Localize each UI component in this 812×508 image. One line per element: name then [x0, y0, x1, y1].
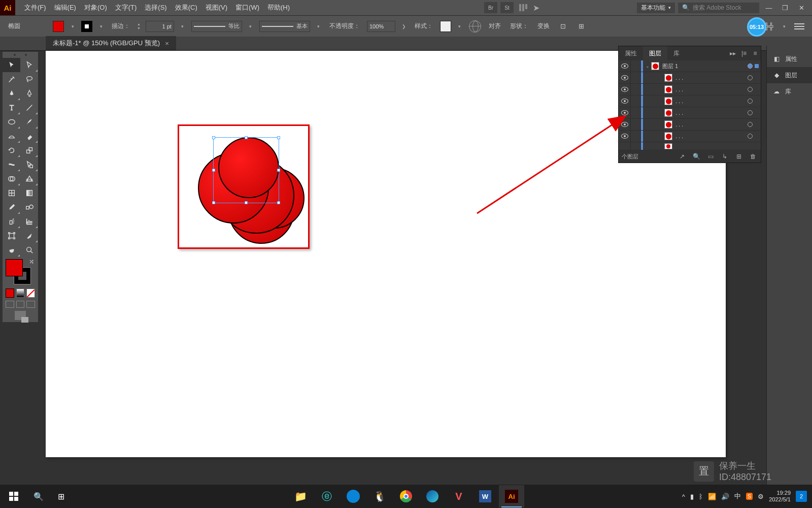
- taskbar-app-v[interactable]: V: [446, 485, 471, 507]
- layer-name[interactable]: . . .: [675, 86, 746, 92]
- tray-settings-icon[interactable]: ⚙: [758, 493, 764, 500]
- layer-name[interactable]: . . .: [675, 98, 746, 104]
- taskbar-app-blue[interactable]: [341, 485, 366, 507]
- target-icon[interactable]: [746, 64, 755, 69]
- visibility-toggle[interactable]: [619, 131, 631, 142]
- eraser-tool[interactable]: [20, 129, 38, 143]
- lasso-tool[interactable]: [20, 72, 38, 86]
- layer-name[interactable]: . . .: [675, 121, 746, 128]
- sublayer-row[interactable]: . . .: [619, 119, 761, 131]
- stroke-swatch[interactable]: [81, 21, 92, 32]
- eyedropper-tool[interactable]: [3, 200, 20, 214]
- close-button[interactable]: ✕: [795, 3, 808, 13]
- type-tool[interactable]: [3, 101, 20, 115]
- sublayer-row[interactable]: [619, 142, 761, 150]
- rotate-tool[interactable]: [3, 143, 20, 157]
- fill-color[interactable]: [6, 259, 23, 276]
- opacity-dd[interactable]: ❯: [400, 21, 408, 32]
- search-stock[interactable]: 🔍搜索 Adobe Stock: [678, 3, 759, 13]
- visibility-toggle[interactable]: [619, 96, 631, 107]
- scale-tool[interactable]: [20, 143, 38, 157]
- dock-properties[interactable]: ◧属性: [767, 51, 812, 67]
- menu-help[interactable]: 帮助(H): [263, 3, 294, 12]
- none-mode[interactable]: [26, 289, 35, 298]
- start-button[interactable]: [0, 485, 27, 508]
- menu-select[interactable]: 选择(S): [141, 3, 171, 12]
- menu-file[interactable]: 文件(F): [20, 3, 50, 12]
- stroke-dd[interactable]: ▾: [97, 21, 105, 32]
- screen-mode[interactable]: [3, 309, 38, 322]
- tray-clock[interactable]: 19:29 2022/5/1: [769, 490, 791, 503]
- target-icon[interactable]: [746, 87, 755, 92]
- minimize-button[interactable]: —: [762, 3, 775, 13]
- free-transform-tool[interactable]: [20, 157, 38, 172]
- taskbar-word[interactable]: W: [472, 485, 498, 507]
- magic-wand-tool[interactable]: [3, 72, 20, 86]
- pen-tool[interactable]: [3, 86, 20, 101]
- artboard-tool[interactable]: [3, 229, 20, 243]
- toolbox-grip[interactable]: [3, 52, 38, 58]
- taskbar-qq[interactable]: 🐧: [367, 485, 392, 507]
- menu-view[interactable]: 视图(V): [201, 3, 231, 12]
- sublayer-row[interactable]: . . .: [619, 96, 761, 107]
- graph-tool[interactable]: [20, 214, 38, 229]
- new-layer-icon[interactable]: ⊞: [734, 153, 743, 160]
- new-sublayer-icon[interactable]: ↳: [720, 153, 729, 160]
- shape-builder-tool[interactable]: [3, 172, 20, 186]
- taskbar-edge[interactable]: [420, 485, 445, 507]
- recolor-icon[interactable]: [468, 20, 482, 33]
- brush-dd[interactable]: ▾: [315, 21, 322, 32]
- visibility-toggle[interactable]: [619, 119, 631, 130]
- layer-name[interactable]: . . .: [675, 75, 746, 81]
- shape-label[interactable]: 形状：: [508, 22, 530, 30]
- perspective-tool[interactable]: [20, 172, 38, 186]
- dock-icon[interactable]: |≡: [738, 50, 750, 57]
- arrange-docs-icon[interactable]: [517, 4, 530, 11]
- menu-object[interactable]: 对象(O): [80, 3, 111, 12]
- close-tab-icon[interactable]: ×: [165, 40, 169, 47]
- gpu-icon[interactable]: ➤: [533, 3, 539, 13]
- width-tool[interactable]: [3, 157, 20, 172]
- gradient-mode[interactable]: [16, 289, 25, 298]
- target-icon[interactable]: [746, 134, 755, 139]
- taskbar-search-icon[interactable]: 🔍: [27, 485, 50, 508]
- slice-tool[interactable]: [20, 229, 38, 243]
- draw-normal[interactable]: [6, 301, 14, 308]
- menu-text[interactable]: 文字(T): [111, 3, 141, 12]
- menu-effect[interactable]: 效果(C): [171, 3, 201, 12]
- edit-icon[interactable]: ⊞: [575, 20, 588, 33]
- gradient-tool[interactable]: [20, 186, 38, 200]
- sublayer-row[interactable]: . . .: [619, 72, 761, 84]
- opacity-input[interactable]: 100%: [367, 21, 395, 32]
- taskbar-edge-legacy[interactable]: ⓔ: [314, 485, 340, 507]
- tab-library[interactable]: 库: [667, 46, 686, 60]
- prefs-dd[interactable]: ▾: [781, 21, 788, 32]
- swap-fill-stroke-icon[interactable]: ⤭: [29, 258, 34, 265]
- direct-selection-tool[interactable]: [20, 58, 38, 72]
- tab-layers[interactable]: 图层: [643, 46, 667, 60]
- workspace-selector[interactable]: 基本功能▾: [637, 3, 675, 13]
- menu-edit[interactable]: 编辑(E): [50, 3, 80, 12]
- search-layer-icon[interactable]: 🔍: [692, 153, 701, 160]
- fill-dd[interactable]: ▾: [69, 21, 76, 32]
- panel-menu-icon[interactable]: [793, 20, 806, 33]
- visibility-toggle[interactable]: [619, 60, 631, 72]
- clip-mask-icon[interactable]: ▭: [706, 153, 715, 160]
- maximize-button[interactable]: ❐: [779, 3, 792, 13]
- visibility-toggle[interactable]: [619, 72, 631, 83]
- dock-layers[interactable]: ◆图层: [767, 67, 812, 83]
- tray-sogou-icon[interactable]: S: [746, 493, 753, 500]
- tray-ime[interactable]: 中: [734, 492, 741, 501]
- profile-dd[interactable]: ▾: [247, 21, 254, 32]
- task-view-icon[interactable]: ⊞: [50, 485, 72, 508]
- transform-label[interactable]: 变换: [535, 22, 552, 30]
- tray-bluetooth-icon[interactable]: ᛒ: [699, 493, 703, 500]
- target-icon[interactable]: [746, 99, 755, 104]
- blend-tool[interactable]: [20, 200, 38, 214]
- zoom-tool[interactable]: [20, 243, 38, 257]
- panel-menu-icon[interactable]: ≡: [750, 50, 761, 57]
- stroke-w-dd[interactable]: ▾: [179, 21, 186, 32]
- layer-row[interactable]: ⌄ 图层 1: [619, 60, 761, 72]
- expand-icon[interactable]: ⌄: [644, 64, 651, 69]
- stock-icon[interactable]: St: [500, 2, 514, 13]
